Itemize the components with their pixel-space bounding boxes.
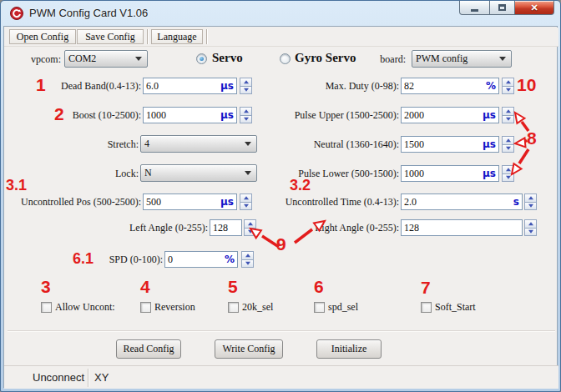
right-angle-value[interactable] xyxy=(404,221,519,234)
annotation-3-1: 3.1 xyxy=(6,177,27,194)
spd-value[interactable] xyxy=(168,253,215,266)
left-angle-label: Left Angle (0-255): xyxy=(84,219,208,236)
checkbox-icon[interactable] xyxy=(314,302,325,313)
spinner-up-icon[interactable] xyxy=(502,107,514,115)
pulse-lower-input[interactable]: µs xyxy=(401,165,499,182)
left-angle-input[interactable] xyxy=(210,219,242,236)
checkbox-icon[interactable] xyxy=(140,302,151,313)
max-duty-spinner[interactable] xyxy=(502,78,514,94)
annotation-2: 2 xyxy=(54,104,64,124)
uncontrolled-pos-label: Uncontrolled Pos (500-2500): xyxy=(1,193,141,210)
board-value: PWM config xyxy=(416,53,468,65)
spinner-up-icon[interactable] xyxy=(502,78,514,86)
gyro-servo-radio[interactable] xyxy=(280,53,291,64)
uncontrolled-pos-spinner[interactable] xyxy=(240,193,252,210)
20k-sel-checkbox[interactable]: 20k_sel xyxy=(228,301,273,314)
dead-band-input[interactable]: µs xyxy=(143,78,237,94)
neutral-spinner[interactable] xyxy=(502,136,514,153)
board-select[interactable]: PWM config xyxy=(412,50,512,68)
initialize-button[interactable]: Initialize xyxy=(316,339,382,359)
lock-value: N xyxy=(144,167,152,179)
spinner-down-icon[interactable] xyxy=(502,173,514,183)
uncontrolled-pos-unit: µs xyxy=(220,196,234,208)
spd-sel-checkbox[interactable]: spd_sel xyxy=(314,301,358,314)
pulse-upper-value[interactable] xyxy=(404,108,468,122)
spinner-down-icon[interactable] xyxy=(241,259,254,269)
spinner-up-icon[interactable] xyxy=(524,219,537,228)
spd-input[interactable]: % xyxy=(164,251,238,268)
read-config-button[interactable]: Read Config xyxy=(116,339,181,359)
annotation-7: 7 xyxy=(421,278,431,298)
annotation-4: 4 xyxy=(140,277,150,297)
neutral-value[interactable] xyxy=(404,138,468,151)
uncontrolled-time-unit: s xyxy=(513,196,519,208)
spinner-down-icon[interactable] xyxy=(244,228,256,237)
uncontrolled-time-input[interactable]: s xyxy=(401,193,523,210)
spinner-up-icon[interactable] xyxy=(502,165,514,173)
20k-sel-label: 20k_sel xyxy=(242,301,273,314)
spinner-up-icon[interactable] xyxy=(502,136,514,144)
max-duty-value[interactable] xyxy=(404,79,468,93)
spinner-down-icon[interactable] xyxy=(502,86,514,95)
right-angle-label: Right Angle (0-255): xyxy=(276,219,399,236)
dead-band-label: Dead Band(0.4-13): xyxy=(3,78,141,94)
reversion-checkbox[interactable]: Reversion xyxy=(140,301,195,314)
reversion-label: Reversion xyxy=(154,301,195,314)
save-config-menu[interactable]: Save Config xyxy=(77,29,144,44)
allow-uncont-checkbox[interactable]: Allow Uncont: xyxy=(41,301,115,314)
uncontrolled-time-value[interactable] xyxy=(404,195,485,209)
spinner-down-icon[interactable] xyxy=(524,202,537,211)
uncontrolled-pos-value[interactable] xyxy=(146,195,208,209)
max-duty-label: Max. Duty (0-98): xyxy=(232,78,399,94)
max-duty-input[interactable]: % xyxy=(401,78,499,94)
language-menu[interactable]: Language xyxy=(151,29,203,44)
window-title: PWM Config Card V1.06 xyxy=(29,1,148,26)
board-label: board: xyxy=(338,51,406,68)
left-angle-value[interactable] xyxy=(213,221,239,234)
dead-band-value[interactable] xyxy=(146,79,208,93)
open-config-menu[interactable]: Open Config xyxy=(9,29,76,44)
spinner-down-icon[interactable] xyxy=(502,144,514,153)
spinner-down-icon[interactable] xyxy=(240,202,252,211)
checkbox-icon[interactable] xyxy=(41,302,52,313)
divider xyxy=(8,330,555,332)
soft-start-checkbox[interactable]: Soft_Start xyxy=(421,301,476,314)
close-button[interactable]: ✕ xyxy=(514,1,554,15)
maximize-button[interactable] xyxy=(490,1,514,15)
pulse-lower-spinner[interactable] xyxy=(502,165,514,182)
neutral-input[interactable]: µs xyxy=(401,136,499,153)
neutral-unit: µs xyxy=(483,138,496,150)
spd-sel-label: spd_sel xyxy=(328,301,358,314)
minimize-button[interactable] xyxy=(459,1,490,15)
spinner-down-icon[interactable] xyxy=(524,228,537,237)
stretch-label: Stretch: xyxy=(3,136,139,153)
right-angle-input[interactable] xyxy=(401,219,523,236)
titlebar[interactable]: PWM Config Card V1.06 ✕ xyxy=(1,1,560,26)
servo-radio[interactable] xyxy=(196,53,207,64)
write-config-button[interactable]: Write Config xyxy=(215,339,283,359)
annotation-3-2: 3.2 xyxy=(290,177,311,194)
spinner-up-icon[interactable] xyxy=(241,251,254,259)
app-window: PWM Config Card V1.06 ✕ Open Config Save… xyxy=(0,0,561,392)
checkbox-icon[interactable] xyxy=(421,302,432,313)
vpcom-select[interactable]: COM2 xyxy=(64,50,148,68)
boost-value[interactable] xyxy=(146,108,208,122)
boost-label: Boost (10-2500): xyxy=(3,107,141,123)
spd-spinner[interactable] xyxy=(241,251,254,268)
spinner-up-icon[interactable] xyxy=(244,219,256,228)
app-icon xyxy=(10,7,23,20)
checkbox-icon[interactable] xyxy=(228,302,239,313)
pulse-upper-spinner[interactable] xyxy=(502,107,514,123)
left-angle-spinner[interactable] xyxy=(244,219,256,236)
spinner-up-icon[interactable] xyxy=(240,193,252,202)
stretch-value: 4 xyxy=(144,138,149,150)
right-angle-spinner[interactable] xyxy=(524,219,537,236)
annotation-6-1: 6.1 xyxy=(73,250,94,268)
spinner-down-icon[interactable] xyxy=(502,115,514,124)
boost-input[interactable]: µs xyxy=(143,107,237,123)
uncontrolled-pos-input[interactable]: µs xyxy=(143,193,237,210)
pulse-lower-value[interactable] xyxy=(404,167,468,180)
uncontrolled-time-spinner[interactable] xyxy=(524,193,537,210)
spinner-up-icon[interactable] xyxy=(524,193,537,202)
pulse-upper-input[interactable]: µs xyxy=(401,107,499,123)
